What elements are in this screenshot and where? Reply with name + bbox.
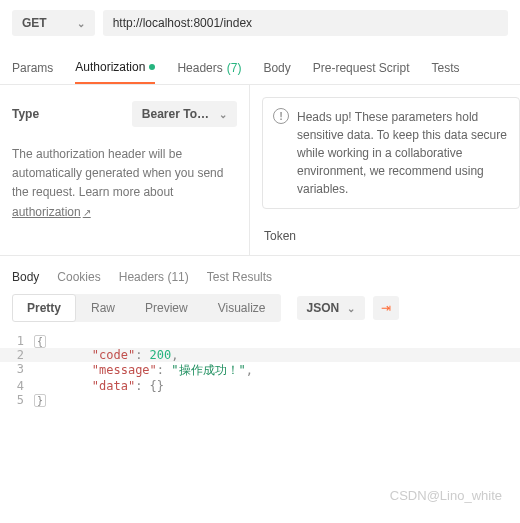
tab-tests[interactable]: Tests: [431, 54, 459, 84]
response-body[interactable]: 1{ 2 "code": 200, 3 "message": "操作成功！", …: [0, 330, 520, 417]
external-link-icon: ↗: [83, 207, 91, 218]
request-tabs: Params Authorization Headers (7) Body Pr…: [0, 46, 520, 85]
response-tabs: Body Cookies Headers (11) Test Results: [0, 256, 520, 290]
auth-type-label: Type: [12, 107, 39, 121]
tab-body[interactable]: Body: [263, 54, 290, 84]
wrap-lines-button[interactable]: ⇥: [373, 296, 399, 320]
chevron-down-icon: ⌄: [347, 303, 355, 314]
http-method-label: GET: [22, 16, 47, 30]
info-icon: !: [273, 108, 289, 124]
tab-pre-request[interactable]: Pre-request Script: [313, 54, 410, 84]
view-visualize-button[interactable]: Visualize: [203, 294, 281, 322]
view-preview-button[interactable]: Preview: [130, 294, 203, 322]
resp-tab-body[interactable]: Body: [12, 270, 39, 284]
tab-authorization[interactable]: Authorization: [75, 54, 155, 84]
auth-type-dropdown[interactable]: Bearer To… ⌄: [132, 101, 237, 127]
resp-tab-test-results[interactable]: Test Results: [207, 270, 272, 284]
resp-tab-cookies[interactable]: Cookies: [57, 270, 100, 284]
sensitive-data-alert: ! Heads up! These parameters hold sensit…: [262, 97, 520, 209]
tab-params[interactable]: Params: [12, 54, 53, 84]
tab-headers[interactable]: Headers (7): [177, 54, 241, 84]
token-field-label: Token: [262, 229, 520, 243]
view-pretty-button[interactable]: Pretty: [12, 294, 76, 322]
url-input[interactable]: http://localhost:8001/index: [103, 10, 508, 36]
auth-description: The authorization header will be automat…: [12, 145, 237, 222]
chevron-down-icon: ⌄: [77, 18, 85, 29]
view-raw-button[interactable]: Raw: [76, 294, 130, 322]
learn-more-link[interactable]: authorization↗: [12, 205, 91, 219]
auth-config-panel: Type Bearer To… ⌄ The authorization head…: [0, 85, 250, 255]
resp-tab-headers[interactable]: Headers (11): [119, 270, 189, 284]
http-method-dropdown[interactable]: GET ⌄: [12, 10, 95, 36]
format-dropdown[interactable]: JSON ⌄: [297, 296, 366, 320]
wrap-icon: ⇥: [381, 301, 391, 315]
view-mode-group: Pretty Raw Preview Visualize: [12, 294, 281, 322]
active-dot-icon: [149, 64, 155, 70]
chevron-down-icon: ⌄: [219, 109, 227, 120]
